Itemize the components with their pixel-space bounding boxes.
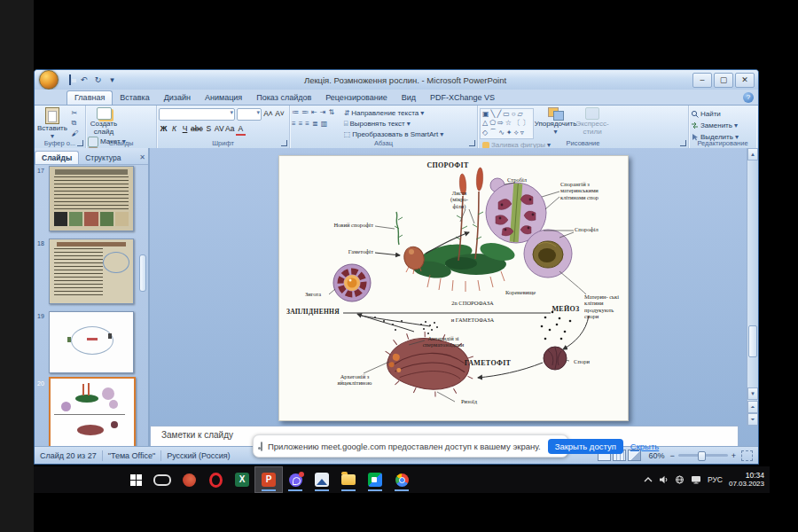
language-indicator[interactable]: РУС <box>708 475 723 484</box>
bullets-icon[interactable]: ≔ <box>292 108 299 116</box>
close-button[interactable]: ✕ <box>735 73 755 88</box>
save-button[interactable] <box>64 74 75 85</box>
tab-insert[interactable]: Вставка <box>113 91 156 105</box>
scrollbar-thumb[interactable] <box>748 325 757 357</box>
panel-scrollbar[interactable] <box>139 254 146 292</box>
file-explorer-icon[interactable] <box>335 467 362 492</box>
panel-tab-outline[interactable]: Структура <box>79 152 127 164</box>
character-spacing-button[interactable]: AV <box>215 123 224 134</box>
maximize-button[interactable]: ▢ <box>714 73 733 88</box>
redo-button[interactable]: ↻ <box>92 74 104 85</box>
powerpoint-icon[interactable]: P <box>255 467 282 492</box>
quick-styles-button[interactable]: Экспресс-стили <box>574 107 611 136</box>
grow-font-button[interactable]: A˄ <box>263 108 273 119</box>
change-case-button[interactable]: Аа <box>225 123 235 134</box>
replace-button[interactable]: Заменить▾ <box>691 121 755 130</box>
text-direction-button[interactable]: ⇵Направление текста▾ <box>344 108 444 118</box>
slide-thumbnail-19[interactable] <box>49 311 134 373</box>
start-button[interactable] <box>122 467 149 492</box>
shrink-font-button[interactable]: A˅ <box>275 108 285 119</box>
font-name-combo[interactable] <box>159 108 235 121</box>
screen-icon[interactable] <box>691 475 701 484</box>
office-button[interactable] <box>39 70 59 90</box>
fit-to-window-button[interactable] <box>741 450 753 461</box>
increase-indent-icon[interactable]: ⇥ <box>320 108 326 116</box>
volume-icon[interactable] <box>659 475 669 484</box>
tab-home[interactable]: Главная <box>66 90 113 105</box>
help-icon[interactable]: ? <box>743 92 754 103</box>
minimize-button[interactable]: – <box>692 73 712 88</box>
hidden-icons-chevron[interactable] <box>644 476 653 483</box>
taskbar-clock[interactable]: 10:34 07.03.2023 <box>729 471 764 489</box>
numbering-icon[interactable]: ≕ <box>301 108 309 116</box>
oval-app-icon[interactable] <box>149 467 176 492</box>
paste-button[interactable]: Вставить▾ <box>36 107 68 140</box>
cut-icon[interactable]: ✂ <box>72 109 79 117</box>
qat-customize-button[interactable]: ▾ <box>106 74 118 85</box>
align-center-icon[interactable]: ≡ <box>299 120 303 128</box>
tab-pdf-xchange[interactable]: PDF-XChange VS <box>423 91 502 105</box>
new-slide-button[interactable]: Создать слайд <box>88 107 120 136</box>
panel-close-icon[interactable]: ✕ <box>139 153 145 161</box>
copy-icon[interactable]: ⧉ <box>72 119 79 128</box>
convert-smartart-button[interactable]: ⬚Преобразовать в SmartArt▾ <box>344 129 444 139</box>
slideshow-button[interactable] <box>628 450 641 461</box>
clipboard-dialog-launcher[interactable] <box>77 140 83 146</box>
hide-banner-link[interactable]: Скрыть <box>630 442 659 451</box>
slide-thumbnail-17[interactable] <box>49 166 134 231</box>
zoom-slider-thumb[interactable] <box>698 451 706 461</box>
align-left-icon[interactable]: ≡ <box>292 120 296 128</box>
font-size-combo[interactable] <box>237 108 262 121</box>
slide-canvas[interactable]: СПОРОФІТ Листя (мікро- філи) Новий споро… <box>278 155 629 421</box>
chrome-icon[interactable] <box>388 467 415 492</box>
stop-sharing-button[interactable]: Закрыть доступ <box>548 439 623 454</box>
tab-slideshow[interactable]: Показ слайдов <box>249 91 318 105</box>
line-spacing-icon[interactable]: ⇅ <box>328 108 334 116</box>
undo-button[interactable]: ↶ <box>78 74 90 85</box>
shapes-gallery[interactable]: ▣╲╱▭○▱ △⬠⇨☆〔〕 ◇⌒∿✦⟡▿ <box>480 108 534 139</box>
opera-icon[interactable] <box>202 467 229 492</box>
zoom-slider[interactable] <box>678 454 728 457</box>
italic-button[interactable]: К <box>169 123 179 134</box>
red-app-icon[interactable] <box>176 467 202 492</box>
next-slide-button[interactable]: ⏷ <box>747 413 758 426</box>
network-icon[interactable] <box>675 475 685 484</box>
zoom-out-button[interactable]: − <box>669 451 674 460</box>
tab-review[interactable]: Рецензирование <box>318 91 395 105</box>
slide-thumbnail-20[interactable] <box>49 377 136 451</box>
panel-tab-slides[interactable]: Слайды <box>35 151 79 164</box>
language-status[interactable]: Русский (Россия) <box>167 451 230 460</box>
columns-icon[interactable]: ▥ <box>321 120 328 128</box>
excel-icon[interactable]: X <box>229 467 255 492</box>
shadow-button[interactable]: S <box>204 123 214 134</box>
meet-icon[interactable] <box>362 467 388 492</box>
font-dialog-launcher[interactable] <box>281 140 287 146</box>
align-text-button[interactable]: ⌸Выровнять текст▾ <box>344 119 444 129</box>
slide-thumbnail-18[interactable] <box>49 239 134 304</box>
find-button[interactable]: Найти <box>691 109 755 119</box>
underline-button[interactable]: Ч <box>180 123 190 134</box>
scroll-up-icon[interactable]: ▲ <box>747 148 758 160</box>
arrange-button[interactable]: Упорядочить▾ <box>540 107 572 136</box>
find-icon <box>691 110 699 118</box>
scroll-down-icon[interactable]: ▼ <box>747 387 758 400</box>
bold-button[interactable]: Ж <box>159 123 168 134</box>
viber-icon[interactable] <box>282 467 309 492</box>
justify-icon[interactable]: ≣ <box>312 120 318 128</box>
font-color-button[interactable]: А <box>236 123 246 136</box>
decrease-indent-icon[interactable]: ⇤ <box>311 108 317 116</box>
vertical-scrollbar[interactable]: ▲ ▼ ⏶ ⏷ <box>747 148 758 426</box>
zoom-in-button[interactable]: + <box>732 451 736 460</box>
label-gametophyte-title: ГАМЕТОФІТ <box>457 359 519 367</box>
tab-animation[interactable]: Анимация <box>198 91 249 105</box>
format-painter-icon[interactable]: 🖌 <box>72 129 79 137</box>
windows-logo-icon <box>130 474 142 486</box>
previous-slide-button[interactable]: ⏶ <box>747 401 758 413</box>
tab-design[interactable]: Дизайн <box>157 91 198 105</box>
align-right-icon[interactable]: ≡ <box>305 120 309 128</box>
strikethrough-button[interactable]: abc <box>191 123 203 134</box>
drawing-dialog-launcher[interactable] <box>680 140 686 146</box>
paragraph-dialog-launcher[interactable] <box>469 140 475 146</box>
photos-icon[interactable] <box>309 467 335 492</box>
tab-view[interactable]: Вид <box>395 91 423 105</box>
